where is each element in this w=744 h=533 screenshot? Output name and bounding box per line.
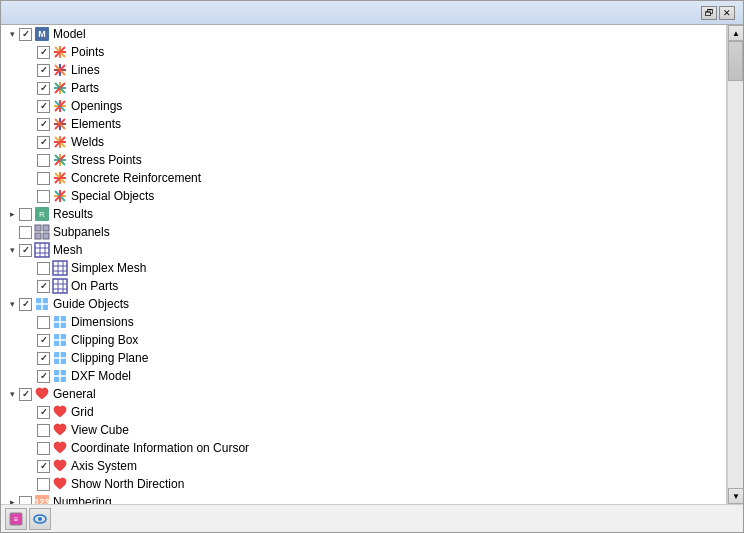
icon-results: R xyxy=(34,206,50,222)
tree-item-results[interactable]: R Results xyxy=(1,205,726,223)
checkbox-axis-system[interactable] xyxy=(37,460,50,473)
tree-item-openings[interactable]: Openings xyxy=(1,97,726,115)
checkbox-mesh[interactable] xyxy=(19,244,32,257)
tree-item-lines[interactable]: Lines xyxy=(1,61,726,79)
tree-item-special-objects[interactable]: Special Objects xyxy=(1,187,726,205)
tree-item-subpanels[interactable]: Subpanels xyxy=(1,223,726,241)
icon-openings xyxy=(52,98,68,114)
tree-item-elements[interactable]: Elements xyxy=(1,115,726,133)
tree-item-clipping-box[interactable]: Clipping Box xyxy=(1,331,726,349)
tree-item-general[interactable]: General xyxy=(1,385,726,403)
svg-text:123: 123 xyxy=(34,497,49,504)
svg-rect-40 xyxy=(35,225,41,231)
tree-item-view-cube[interactable]: View Cube xyxy=(1,421,726,439)
checkbox-on-parts[interactable] xyxy=(37,280,50,293)
scroll-thumb[interactable] xyxy=(728,41,743,81)
checkbox-results[interactable] xyxy=(19,208,32,221)
tree-item-stress-points[interactable]: Stress Points xyxy=(1,151,726,169)
label-lines: Lines xyxy=(71,63,100,77)
icon-dimensions xyxy=(52,314,68,330)
checkbox-stress-points[interactable] xyxy=(37,154,50,167)
toolbar-icon-1: ≡ xyxy=(8,511,24,527)
checkbox-subpanels[interactable] xyxy=(19,226,32,239)
expand-arrow-model[interactable] xyxy=(5,27,19,41)
checkbox-view-cube[interactable] xyxy=(37,424,50,437)
icon-model: M xyxy=(34,26,50,42)
expand-arrow-guide-objects[interactable] xyxy=(5,297,19,311)
content-area: M Model Points Lines Parts Openings xyxy=(1,25,743,504)
label-results: Results xyxy=(53,207,93,221)
scroll-track[interactable] xyxy=(728,41,743,488)
expand-arrow-mesh[interactable] xyxy=(5,243,19,257)
tree-item-coord-info[interactable]: Coordinate Information on Cursor xyxy=(1,439,726,457)
checkbox-model[interactable] xyxy=(19,28,32,41)
checkbox-simplex-mesh[interactable] xyxy=(37,262,50,275)
scrollbar[interactable]: ▲ ▼ xyxy=(727,25,743,504)
tree-item-grid[interactable]: Grid xyxy=(1,403,726,421)
tree-item-welds[interactable]: Welds xyxy=(1,133,726,151)
expand-arrow-results[interactable] xyxy=(5,207,19,221)
checkbox-welds[interactable] xyxy=(37,136,50,149)
tree-item-concrete-reinforcement[interactable]: Concrete Reinforcement xyxy=(1,169,726,187)
checkbox-dxf-model[interactable] xyxy=(37,370,50,383)
checkbox-openings[interactable] xyxy=(37,100,50,113)
checkbox-dimensions[interactable] xyxy=(37,316,50,329)
checkbox-clipping-plane[interactable] xyxy=(37,352,50,365)
tree-item-simplex-mesh[interactable]: Simplex Mesh xyxy=(1,259,726,277)
label-elements: Elements xyxy=(71,117,121,131)
tree-item-dxf-model[interactable]: DXF Model xyxy=(1,367,726,385)
tree-item-points[interactable]: Points xyxy=(1,43,726,61)
checkbox-special-objects[interactable] xyxy=(37,190,50,203)
bottom-toolbar: ≡ xyxy=(1,504,743,532)
checkbox-numbering[interactable] xyxy=(19,496,32,505)
label-view-cube: View Cube xyxy=(71,423,129,437)
tree-item-clipping-plane[interactable]: Clipping Plane xyxy=(1,349,726,367)
tree-item-parts[interactable]: Parts xyxy=(1,79,726,97)
checkbox-general[interactable] xyxy=(19,388,32,401)
svg-text:≡: ≡ xyxy=(14,515,19,524)
label-on-parts: On Parts xyxy=(71,279,118,293)
icon-welds xyxy=(52,134,68,150)
tree-item-on-parts[interactable]: On Parts xyxy=(1,277,726,295)
tree-item-dimensions[interactable]: Dimensions xyxy=(1,313,726,331)
icon-parts xyxy=(52,80,68,96)
scroll-down-button[interactable]: ▼ xyxy=(728,488,743,504)
icon-guide-objects xyxy=(34,296,50,312)
icon-lines xyxy=(52,62,68,78)
label-concrete-reinforcement: Concrete Reinforcement xyxy=(71,171,201,185)
checkbox-coord-info[interactable] xyxy=(37,442,50,455)
checkbox-parts[interactable] xyxy=(37,82,50,95)
icon-numbering: 123 xyxy=(34,494,50,504)
icon-concrete-reinforcement xyxy=(52,170,68,186)
checkbox-clipping-box[interactable] xyxy=(37,334,50,347)
tree-item-axis-system[interactable]: Axis System xyxy=(1,457,726,475)
label-model: Model xyxy=(53,27,86,41)
checkbox-elements[interactable] xyxy=(37,118,50,131)
toolbar-button-2[interactable] xyxy=(29,508,51,530)
checkbox-concrete-reinforcement[interactable] xyxy=(37,172,50,185)
scroll-up-button[interactable]: ▲ xyxy=(728,25,743,41)
icon-clipping-plane xyxy=(52,350,68,366)
tree-item-guide-objects[interactable]: Guide Objects xyxy=(1,295,726,313)
label-mesh: Mesh xyxy=(53,243,82,257)
checkbox-lines[interactable] xyxy=(37,64,50,77)
checkbox-show-north[interactable] xyxy=(37,478,50,491)
checkbox-points[interactable] xyxy=(37,46,50,59)
toolbar-button-1[interactable]: ≡ xyxy=(5,508,27,530)
toolbar-icon-2 xyxy=(32,511,48,527)
label-stress-points: Stress Points xyxy=(71,153,142,167)
restore-button[interactable]: 🗗 xyxy=(701,6,717,20)
close-button[interactable]: ✕ xyxy=(719,6,735,20)
tree-panel[interactable]: M Model Points Lines Parts Openings xyxy=(1,25,727,504)
expand-arrow-general[interactable] xyxy=(5,387,19,401)
tree-item-numbering[interactable]: 123 Numbering xyxy=(1,493,726,504)
label-guide-objects: Guide Objects xyxy=(53,297,129,311)
checkbox-grid[interactable] xyxy=(37,406,50,419)
tree-item-model[interactable]: M Model xyxy=(1,25,726,43)
tree-item-show-north[interactable]: Show North Direction xyxy=(1,475,726,493)
icon-general xyxy=(34,386,50,402)
tree-item-mesh[interactable]: Mesh xyxy=(1,241,726,259)
svg-rect-41 xyxy=(43,225,49,231)
checkbox-guide-objects[interactable] xyxy=(19,298,32,311)
expand-arrow-numbering[interactable] xyxy=(5,495,19,504)
